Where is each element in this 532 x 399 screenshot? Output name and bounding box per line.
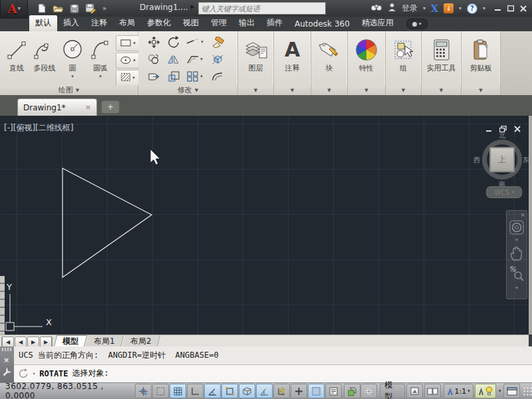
block-insert-button[interactable]: 块 — [311, 31, 347, 84]
rectangle-tool-button[interactable]: ▾ — [116, 35, 140, 51]
trim-dropdown-icon[interactable]: ▾ — [201, 39, 203, 45]
group-panel-flyout[interactable]: ▼ — [386, 85, 421, 95]
navbar-close-icon[interactable]: × — [520, 211, 525, 218]
array-dropdown-icon[interactable]: ▾ — [200, 74, 203, 79]
command-customize-wrench-icon[interactable] — [2, 366, 12, 377]
communication-center-icon[interactable]: ↓ — [444, 3, 454, 13]
erase-button[interactable] — [211, 37, 224, 48]
user-icon[interactable] — [388, 2, 396, 15]
annotation-monitor-toggle[interactable] — [360, 384, 377, 398]
stretch-button[interactable] — [148, 72, 160, 82]
ribbon-tab-layout[interactable]: 布局 — [113, 15, 141, 31]
snap-mode-toggle[interactable] — [152, 384, 169, 398]
coordinates-readout[interactable]: 3602.0779, 863.0515 , 0.0000 — [5, 382, 131, 399]
steering-wheel-icon[interactable] — [509, 220, 525, 235]
selection-cycling-toggle[interactable] — [344, 384, 360, 398]
modify-panel-title[interactable]: 修改▼ — [138, 85, 237, 95]
recent-commands-caret-icon[interactable]: ▾ — [33, 371, 35, 376]
dynamic-input-toggle[interactable] — [291, 384, 307, 398]
qat-expand-icon[interactable]: » — [102, 5, 105, 12]
clean-screen-grip-icon[interactable] — [523, 386, 532, 396]
first-layout-button[interactable]: ◀ — [1, 336, 14, 347]
object-snap-tracking-toggle[interactable] — [256, 384, 273, 398]
new-file-icon[interactable] — [37, 3, 47, 13]
command-prompt-line[interactable]: ▾ ROTATE 选择对象: — [14, 365, 532, 383]
utilities-button[interactable]: 实用工具 — [422, 31, 461, 84]
last-layout-button[interactable]: ▶ — [40, 336, 53, 347]
model-tab[interactable]: 模型 — [54, 335, 87, 347]
block-panel-flyout[interactable]: ▼ — [311, 85, 347, 95]
transparency-toggle[interactable] — [308, 384, 325, 398]
pan-hand-icon[interactable] — [509, 245, 525, 261]
sign-in-link[interactable]: 登录 — [402, 3, 418, 14]
wcs-menu-button[interactable]: WCS▾ — [486, 186, 522, 198]
close-button[interactable] — [520, 5, 527, 12]
ribbon-tab-view[interactable]: 视图 — [177, 15, 205, 31]
ribbon-tab-manage[interactable]: 管理 — [205, 15, 233, 31]
viewcube-top-face[interactable]: 上 — [489, 147, 515, 172]
ortho-mode-toggle[interactable] — [187, 384, 203, 398]
layout1-tab[interactable]: 布局1 — [86, 335, 124, 347]
layout2-tab[interactable]: 布局2 — [122, 335, 160, 347]
autoscale-caret-icon[interactable]: ▾ — [499, 388, 501, 394]
ribbon-tab-autodesk360[interactable]: Autodesk 360 — [289, 17, 356, 31]
arc-tool-button[interactable]: 圆弧 ▾ — [86, 31, 114, 84]
clipboard-panel-flyout[interactable]: ▼ — [462, 85, 500, 95]
search-expand-icon[interactable]: ▸ — [191, 3, 194, 10]
hatch-tool-button[interactable]: ▾ — [116, 70, 140, 86]
layers-panel-flyout[interactable]: ▼ — [238, 85, 273, 95]
grid-display-toggle[interactable] — [170, 384, 186, 398]
circle-dropdown-icon[interactable]: ▾ — [71, 74, 74, 79]
ribbon-tab-parametric[interactable]: 参数化 — [141, 15, 177, 31]
ribbon-tab-plugins[interactable]: 插件 — [261, 15, 289, 31]
ribbon-tab-annotate[interactable]: 注释 — [85, 15, 113, 31]
sign-in-caret-icon[interactable]: ▾ — [423, 5, 426, 11]
annotation-visibility-button[interactable] — [475, 384, 496, 398]
navbar-zoom-caret-icon[interactable]: ▾ — [509, 285, 525, 291]
object-snap-toggle[interactable] — [221, 384, 238, 398]
trim-button[interactable]: ▾ — [186, 38, 203, 46]
ribbon-tab-insert[interactable]: 插入 — [57, 15, 85, 31]
viewcube-east-label[interactable]: 东 — [523, 156, 529, 165]
maximize-button[interactable] — [507, 5, 514, 12]
arc-dropdown-icon[interactable]: ▾ — [99, 74, 102, 79]
command-drag-dots-icon[interactable] — [2, 348, 11, 351]
save-as-icon[interactable] — [85, 3, 96, 13]
save-icon[interactable] — [70, 4, 79, 13]
navbar-wheel-caret-icon[interactable]: ▾ — [509, 237, 525, 243]
application-status-menu-button[interactable] — [503, 384, 520, 398]
array-button[interactable]: ▾ — [187, 71, 203, 82]
properties-panel-flyout[interactable]: ▼ — [348, 85, 385, 95]
viewcube-west-label[interactable]: 西 — [473, 156, 480, 165]
line-tool-button[interactable]: 直线 — [3, 31, 31, 84]
file-tab-close-icon[interactable]: × — [85, 103, 91, 112]
search-input[interactable] — [198, 2, 326, 15]
circle-tool-button[interactable]: 圆 ▾ — [59, 31, 86, 84]
viewcube[interactable]: 北 西 东 南 上 — [481, 138, 523, 181]
command-line-grip[interactable]: × — [0, 346, 14, 382]
offset-button[interactable] — [211, 71, 223, 82]
group-button[interactable]: 组 — [386, 31, 421, 84]
search-binoculars-icon[interactable] — [370, 2, 382, 15]
dynamic-ucs-toggle[interactable] — [273, 384, 290, 398]
file-tab-drawing1[interactable]: Drawing1* × — [17, 98, 97, 116]
ribbon-tab-home[interactable]: 默认 — [29, 15, 57, 31]
ribbon-minimize-button[interactable]: ▾ — [406, 19, 428, 29]
exchange-apps-icon[interactable]: X — [431, 3, 438, 14]
draw-panel-title[interactable]: 绘图▼ — [0, 85, 138, 95]
navigation-bar[interactable]: × ▾ ▾ — [506, 210, 527, 299]
help-icon[interactable]: ? — [467, 3, 477, 14]
minimize-button[interactable] — [495, 5, 501, 11]
annotation-scale-button[interactable]: 1:1 ▾ — [444, 384, 473, 398]
mirror-button[interactable] — [168, 54, 180, 65]
quick-properties-toggle[interactable] — [325, 384, 342, 398]
comm-center-caret-icon[interactable]: ▾ — [459, 5, 462, 11]
rotate-button[interactable] — [168, 36, 180, 49]
help-caret-icon[interactable]: ▾ — [483, 5, 485, 11]
viewcube-north-label[interactable]: 北 — [499, 131, 505, 140]
annotation-panel-flyout[interactable]: ▼ — [274, 85, 311, 95]
polar-tracking-toggle[interactable] — [204, 384, 221, 398]
new-drawing-tab-button[interactable]: + — [101, 100, 120, 114]
ribbon-tab-featured-apps[interactable]: 精选应用 — [356, 15, 400, 31]
polyline-tool-button[interactable]: 多段线 — [31, 31, 59, 84]
